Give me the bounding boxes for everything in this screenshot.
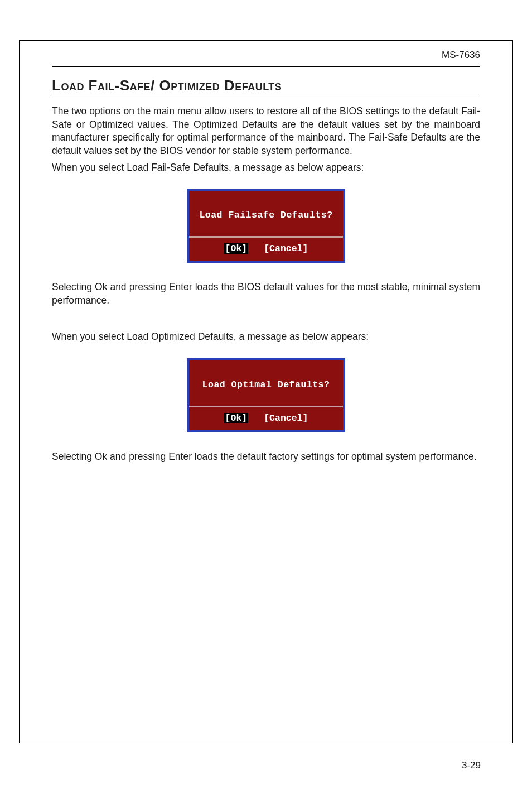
optimal-ok-button[interactable]: [Ok] bbox=[224, 413, 249, 423]
paragraph-failsafe-lead: When you select Load Fail-Safe Defaults,… bbox=[52, 161, 480, 175]
page-frame: MS-7636 Load Fail-Safe/ Optimized Defaul… bbox=[19, 40, 513, 743]
failsafe-dialog-message: Load Failsafe Defaults? bbox=[189, 191, 343, 238]
failsafe-dialog: Load Failsafe Defaults? [Ok] [Cancel] bbox=[187, 189, 345, 263]
spacer bbox=[52, 310, 480, 330]
optimal-dialog: Load Optimal Defaults? [Ok] [Cancel] bbox=[187, 358, 345, 432]
document-label: MS-7636 bbox=[52, 50, 480, 66]
failsafe-dialog-buttons: [Ok] [Cancel] bbox=[189, 238, 343, 261]
paragraph-optimized-result: Selecting Ok and pressing Enter loads th… bbox=[52, 450, 480, 464]
optimal-dialog-wrap: Load Optimal Defaults? [Ok] [Cancel] bbox=[52, 358, 480, 432]
page-number: 3-29 bbox=[462, 760, 481, 771]
optimal-dialog-message: Load Optimal Defaults? bbox=[189, 360, 343, 407]
optimal-cancel-button[interactable]: [Cancel] bbox=[264, 413, 308, 423]
failsafe-cancel-button[interactable]: [Cancel] bbox=[264, 243, 308, 254]
header-rule bbox=[52, 66, 480, 67]
optimal-dialog-buttons: [Ok] [Cancel] bbox=[189, 407, 343, 430]
failsafe-dialog-wrap: Load Failsafe Defaults? [Ok] [Cancel] bbox=[52, 189, 480, 263]
paragraph-failsafe-result: Selecting Ok and pressing Enter loads th… bbox=[52, 281, 480, 307]
failsafe-ok-button[interactable]: [Ok] bbox=[224, 243, 249, 254]
paragraph-intro: The two options on the main menu allow u… bbox=[52, 105, 480, 158]
paragraph-optimized-lead: When you select Load Optimized Defaults,… bbox=[52, 330, 480, 344]
section-heading: Load Fail-Safe/ Optimized Defaults bbox=[52, 77, 480, 98]
content-area: MS-7636 Load Fail-Safe/ Optimized Defaul… bbox=[20, 41, 512, 464]
